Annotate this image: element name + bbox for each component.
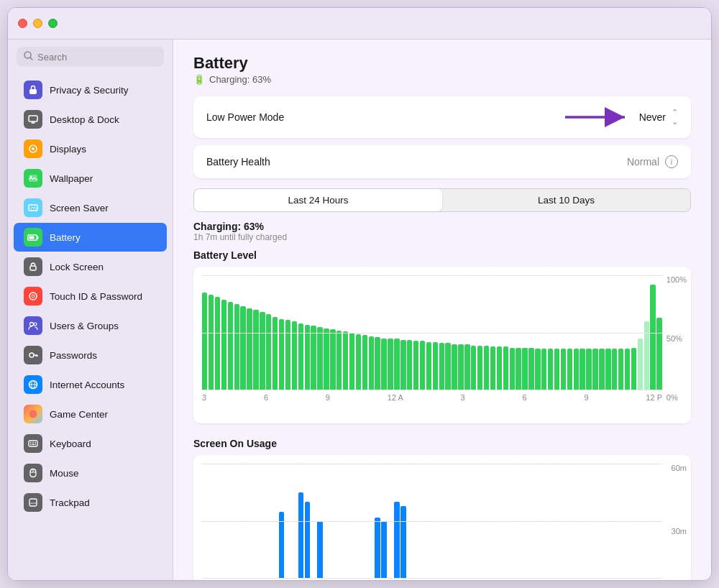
- battery-bar: [650, 285, 655, 390]
- battery-bar: [503, 346, 508, 390]
- low-power-mode-value[interactable]: Never ⌃⌄: [639, 108, 678, 127]
- svg-rect-32: [32, 444, 35, 446]
- battery-bar: [375, 337, 380, 390]
- battery-icon: [24, 228, 42, 247]
- sidebar-item-passwords[interactable]: Passwords: [14, 341, 167, 369]
- battery-bar: [247, 308, 252, 390]
- sgrid-line-top: [202, 464, 662, 464]
- battery-bar: [215, 297, 220, 390]
- battery-bar: [516, 348, 521, 390]
- sidebar-label-displays: Displays: [50, 144, 86, 155]
- battery-bar: [592, 349, 597, 390]
- battery-bar: [260, 312, 265, 390]
- battery-level-chart: 100% 50% 0% 3 6 9: [193, 267, 691, 423]
- battery-bar: [618, 349, 623, 390]
- battery-bar: [285, 320, 290, 390]
- sidebar-item-gamecenter[interactable]: Game Center: [14, 400, 167, 428]
- battery-bar: [292, 321, 297, 390]
- sidebar-item-desktop[interactable]: Desktop & Dock: [14, 105, 167, 134]
- screen-grid-lines: [202, 464, 662, 579]
- svg-point-19: [34, 323, 37, 326]
- battery-bar: [464, 344, 470, 390]
- screen-on-section: Screen On Usage 60m 30m 0m: [193, 438, 691, 580]
- search-input[interactable]: [37, 52, 157, 63]
- battery-bar: [228, 302, 233, 390]
- battery-bar: [369, 336, 374, 390]
- battery-bar: [273, 317, 278, 390]
- sidebar-label-screensaver: Screen Saver: [50, 203, 109, 213]
- svg-rect-31: [30, 444, 32, 446]
- close-button[interactable]: [18, 19, 27, 28]
- sidebar-item-wallpaper[interactable]: Wallpaper: [14, 164, 167, 193]
- sidebar-item-users[interactable]: Users & Groups: [14, 311, 167, 340]
- passwords-icon: [24, 346, 42, 364]
- sidebar-item-screensaver[interactable]: Screen Saver: [14, 193, 167, 222]
- svg-line-1: [30, 58, 32, 60]
- battery-health-right: Normal i: [627, 155, 678, 168]
- x-label-6am: 6: [264, 393, 268, 402]
- y-label-60m: 60m: [672, 464, 687, 472]
- tab-last-24-hours[interactable]: Last 24 Hours: [194, 189, 442, 211]
- battery-bar: [433, 342, 438, 390]
- sidebar-label-privacy: Privacy & Security: [50, 85, 129, 96]
- x-label-9pm: 9: [584, 393, 588, 402]
- sidebar-label-battery: Battery: [50, 232, 81, 243]
- battery-bar: [561, 349, 566, 390]
- sidebar-item-battery[interactable]: Battery: [14, 223, 167, 252]
- sidebar-item-internet[interactable]: Internet Accounts: [14, 370, 167, 399]
- battery-bar: [625, 349, 630, 390]
- battery-bar: [548, 349, 553, 390]
- battery-bar: [586, 349, 591, 390]
- battery-bar: [490, 346, 495, 390]
- sidebar-label-mouse: Mouse: [50, 468, 79, 479]
- battery-bar: [445, 343, 450, 390]
- sidebar-label-users: Users & Groups: [50, 321, 119, 331]
- svg-rect-14: [29, 236, 35, 239]
- battery-health-value: Normal: [627, 156, 659, 167]
- tab-last-10-days[interactable]: Last 10 Days: [442, 189, 690, 211]
- battery-bar: [394, 339, 399, 390]
- battery-bar: [234, 304, 239, 390]
- minimize-button[interactable]: [33, 19, 42, 28]
- battery-bar: [631, 348, 636, 390]
- screen-y-labels: 60m 30m 0m: [672, 464, 687, 580]
- svg-rect-27: [29, 441, 37, 446]
- sidebar-item-lockscreen[interactable]: Lock Screen: [14, 252, 167, 281]
- battery-charging-icon: 🔋: [193, 74, 205, 85]
- screen-on-chart: 60m 30m 0m 3 6 9: [193, 455, 691, 580]
- titlebar: [8, 8, 711, 40]
- search-bar[interactable]: [17, 47, 164, 67]
- desktop-icon: [24, 110, 42, 129]
- main-header: Battery 🔋 Charging: 63%: [193, 54, 691, 85]
- sidebar-label-passwords: Passwords: [50, 350, 97, 361]
- battery-bar: [362, 335, 367, 390]
- sidebar-label-keyboard: Keyboard: [50, 438, 91, 449]
- sidebar-item-touchid[interactable]: Touch ID & Password: [14, 282, 167, 311]
- battery-bar: [221, 300, 226, 390]
- battery-bar: [439, 343, 444, 390]
- maximize-button[interactable]: [48, 19, 58, 28]
- battery-bar: [580, 349, 585, 390]
- sidebar-item-keyboard[interactable]: Keyboard: [14, 429, 167, 458]
- battery-x-labels: 3 6 9 12 A 3 6 9 12 P: [202, 393, 662, 402]
- battery-health-label: Battery Health: [206, 156, 270, 167]
- battery-bar: [253, 310, 258, 390]
- svg-point-7: [32, 147, 35, 150]
- battery-bar: [471, 346, 476, 390]
- time-tabs: Last 24 Hours Last 10 Days: [193, 188, 691, 212]
- sidebar-item-mouse[interactable]: Mouse: [14, 459, 167, 487]
- sidebar-item-privacy[interactable]: Privacy & Security: [14, 75, 167, 104]
- sidebar-item-trackpad[interactable]: Trackpad: [14, 488, 167, 517]
- battery-bar: [343, 331, 348, 390]
- screensaver-icon: [24, 198, 42, 217]
- info-button[interactable]: i: [665, 155, 678, 168]
- battery-bar: [279, 319, 284, 390]
- battery-bars: [202, 275, 662, 390]
- page-title: Battery: [193, 54, 691, 73]
- main-content: Battery 🔋 Charging: 63% Low Power Mode: [173, 40, 711, 580]
- wallpaper-icon: [24, 169, 42, 188]
- battery-bar: [381, 339, 386, 390]
- keyboard-icon: [24, 434, 42, 453]
- sidebar-item-displays[interactable]: Displays: [14, 134, 167, 163]
- battery-bar: [356, 334, 361, 390]
